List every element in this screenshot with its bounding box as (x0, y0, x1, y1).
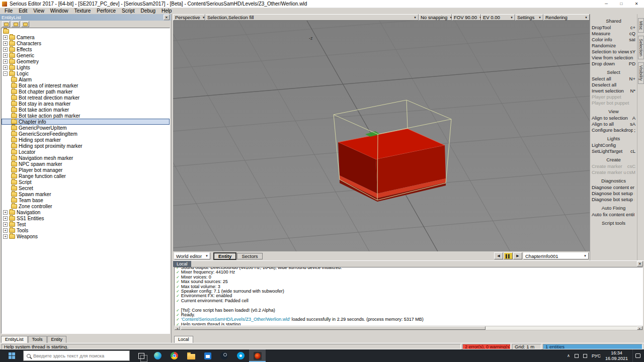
command-auto-fix-content-entities[interactable]: Auto fix content entities (590, 211, 637, 217)
store-icon[interactable] (199, 349, 216, 362)
selected-entity-box[interactable] (338, 129, 446, 202)
expand-icon[interactable]: + (3, 47, 8, 52)
tree-item-ss1-entities[interactable]: +SS1 Entities (2, 215, 170, 221)
search-input[interactable] (33, 353, 119, 358)
tray-chevron-icon[interactable]: ∧ (567, 353, 570, 358)
taskview-icon[interactable] (133, 349, 149, 362)
ev-dropdown[interactable]: EV 0.00 ▼ (481, 14, 515, 21)
command-setlighttarget[interactable]: SetLightTargetcL (590, 148, 637, 154)
tree-item-bot-retreat-direction-marker[interactable]: Bot retreat direction marker (2, 95, 170, 101)
tree-item-spawn-marker[interactable]: Spawn marker (2, 191, 170, 197)
expand-icon[interactable]: + (3, 59, 8, 64)
rendering-dropdown[interactable]: Rendering ▼ (543, 14, 590, 21)
command-configure-backdrop[interactable]: Configure backdrop; (590, 127, 637, 133)
expand-icon[interactable]: + (3, 234, 8, 239)
console-output[interactable]: ✓Sound output: DirectSound8 (44100 Hz, 1… (174, 267, 643, 326)
tree-item-effects[interactable]: +Effects (2, 46, 170, 52)
side-tab-misc[interactable]: Misc (638, 18, 644, 33)
tree-item-script[interactable]: Script (2, 179, 170, 185)
tray-icon[interactable] (575, 354, 579, 358)
menu-help[interactable]: Help (158, 8, 175, 14)
command-view-from-selection[interactable]: View from selection (590, 54, 637, 60)
close-button[interactable]: ✕ (629, 0, 644, 8)
pause-button[interactable]: ▌▌ (504, 252, 513, 259)
command-color-info[interactable]: Color infosaI (590, 36, 637, 42)
tree-item-bot-take-action-path-marker[interactable]: Bot take action path marker (2, 113, 170, 119)
command-deselect-all[interactable]: Deselect all (590, 81, 637, 87)
command-randomize[interactable]: Randomize (590, 42, 637, 48)
panel-tab-entitylist[interactable]: EntityList (1, 336, 28, 343)
panel-tab-tools[interactable]: Tools (28, 336, 47, 343)
tree-item-geometry[interactable]: +Geometry (2, 58, 170, 64)
menu-file[interactable]: File (2, 8, 16, 14)
side-tab-visibility[interactable]: Visibility (638, 62, 644, 84)
expand-icon[interactable]: + (3, 65, 8, 70)
scrollbar-thumb[interactable] (181, 326, 486, 330)
mode-tab-sectors[interactable]: Sectors (237, 253, 262, 259)
view-mode-dropdown[interactable]: Perspective ▼ (173, 14, 205, 21)
command-align-to-selection[interactable]: Align to selectionA (590, 115, 637, 121)
edge-icon[interactable] (149, 349, 166, 362)
mode-tab-entity[interactable]: Entity (213, 252, 236, 260)
options-button[interactable] (21, 21, 29, 27)
error-count-badge[interactable]: 2 error(s), 0 warning(s) (462, 344, 511, 349)
menu-view[interactable]: View (30, 8, 47, 14)
tree-item-camera[interactable]: +Camera (2, 34, 170, 40)
tree-item-genericpowerupitem[interactable]: GenericPowerUpItem (2, 125, 170, 131)
menu-debug[interactable]: Debug (138, 8, 158, 14)
expand-icon[interactable]: + (3, 222, 8, 227)
tree-item-navigation[interactable]: +Navigation (2, 209, 170, 215)
explorer-icon[interactable] (183, 349, 199, 362)
tree-item-chapter-info[interactable]: Chapter info (2, 119, 170, 125)
start-button[interactable] (0, 349, 23, 362)
menu-script[interactable]: Script (119, 8, 138, 14)
tree-item-navigation-mesh-marker[interactable]: Navigation mesh marker (2, 155, 170, 161)
console-tab-local[interactable]: Local (174, 336, 193, 343)
chrome-icon[interactable] (166, 349, 183, 362)
notification-center-button[interactable] (632, 349, 642, 362)
tree-item-bot-area-of-interest-marker[interactable]: Bot area of interest marker (2, 82, 170, 88)
settings-dropdown[interactable]: Settings ▼ (515, 14, 543, 21)
tray-icon[interactable] (583, 354, 587, 358)
tree-item-range-function-caller[interactable]: Range function caller (2, 173, 170, 179)
tree-item-logic[interactable]: −Logic (2, 70, 170, 76)
expand-icon[interactable]: + (3, 228, 8, 233)
tree-item-root[interactable] (2, 28, 170, 34)
shading-dropdown[interactable]: Selection,Selection fill ▼ (205, 14, 419, 21)
scroll-right-icon[interactable]: ▸ (637, 326, 642, 330)
command-drop-down[interactable]: Drop downPD (590, 60, 637, 66)
scroll-left-icon[interactable]: ◂ (175, 326, 180, 330)
menu-perforce[interactable]: Perforce (94, 8, 119, 14)
tree-item-test[interactable]: +Test (2, 221, 170, 227)
command-invert-selection[interactable]: Invert selectionN* (590, 87, 637, 94)
taskbar-search[interactable] (23, 350, 130, 361)
tree-item-bot-chapter-path-marker[interactable]: Bot chapter path marker (2, 88, 170, 95)
new-folder-button[interactable] (12, 21, 20, 27)
tree-item-player-bot-manager[interactable]: Player bot manager (2, 167, 170, 173)
tree-item-zone-controller[interactable]: Zone controller (2, 203, 170, 209)
rewind-button[interactable]: ◀ (494, 252, 503, 259)
tree-item-alarm[interactable]: Alarm (2, 76, 170, 82)
language-indicator[interactable]: РУС (592, 353, 601, 358)
console-scrollbar[interactable]: ◂ ▸ (174, 326, 643, 330)
expand-icon[interactable]: + (3, 210, 8, 215)
minimize-button[interactable]: ─ (599, 0, 614, 8)
tree-item-team-base[interactable]: Team base (2, 197, 170, 203)
skype-icon[interactable] (232, 349, 249, 362)
tree-item-hiding-spot-proximity-marker[interactable]: Hiding spot proximity marker (2, 143, 170, 149)
tree-item-genericscorefeedingitem[interactable]: GenericScoreFeedingItem (2, 131, 170, 137)
tree-item-locator[interactable]: Locator (2, 149, 170, 155)
taskbar-clock[interactable]: 16:34 16.09.2021 (605, 350, 628, 361)
tree-item-secret[interactable]: Secret (2, 185, 170, 191)
command-measure[interactable]: MeasurecQ (590, 30, 637, 36)
play-button[interactable]: ▶ (513, 252, 522, 259)
menu-window[interactable]: Window (47, 8, 71, 14)
close-icon[interactable]: ✕ (637, 261, 643, 266)
tree-item-tools[interactable]: +Tools (2, 227, 170, 233)
close-icon[interactable]: ✕ (164, 15, 170, 20)
side-tab-selection[interactable]: Selection (638, 36, 644, 59)
fov-dropdown[interactable]: FOV 90.00 ▼ (452, 14, 481, 21)
list-view-button[interactable] (2, 21, 10, 27)
command-selection-to-viewer[interactable]: Selection to viewersY (590, 48, 637, 54)
tree-item-bot-stay-in-area-marker[interactable]: Bot stay in area marker (2, 101, 170, 107)
